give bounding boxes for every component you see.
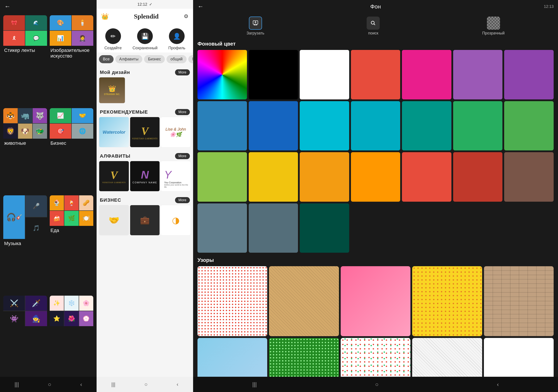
color-swatch-16[interactable] — [300, 152, 349, 202]
alphabets-more-button[interactable]: More — [175, 153, 190, 159]
color-swatch-0[interactable] — [198, 50, 247, 99]
business-icon-3: ◑ — [172, 215, 180, 225]
category-sticker-ribbon[interactable]: 🎀 🌊 🎗 💬 Стикер ленты — [3, 15, 47, 105]
tab-upload[interactable]: Загрузать — [246, 17, 264, 35]
right-nav-back[interactable]: ‹ — [497, 381, 499, 388]
color-swatch-21[interactable] — [198, 203, 247, 253]
color-swatch-19[interactable] — [453, 152, 503, 202]
filter-business[interactable]: Бизнес — [144, 55, 165, 63]
pattern-swatch-5[interactable] — [198, 338, 267, 377]
category-fantasy[interactable]: ⚔️ 🗡️ 👾 🧙 — [3, 296, 47, 375]
right-back-button[interactable]: ← — [198, 3, 204, 10]
color-swatch-7[interactable] — [198, 101, 247, 151]
category-mandala[interactable]: ✨ ❄️ 🌸 ⭐ 🌺 💮 — [50, 296, 94, 375]
alphabet-card-n[interactable]: N COMPANY NAME — [130, 161, 160, 192]
category-fantasy-label — [3, 326, 47, 329]
pattern-swatch-6[interactable] — [269, 338, 339, 377]
business-card-3[interactable]: ◑ — [161, 205, 191, 235]
left-nav-back[interactable]: ‹ — [80, 381, 82, 388]
business-card-1[interactable]: 🤝 — [99, 205, 129, 235]
crown-icon: 👑 — [101, 13, 109, 20]
color-swatch-1[interactable] — [249, 50, 298, 99]
pattern-swatch-3[interactable] — [412, 266, 482, 336]
profile-button[interactable]: 👤 Профиль — [168, 28, 185, 50]
alphabets-title: АЛФАВИТЫ — [100, 153, 130, 159]
alphabet-card-venetian[interactable]: V VENETIAN GARMENTS — [99, 161, 129, 192]
color-swatch-2[interactable] — [300, 50, 349, 99]
left-panel: ← 🎀 🌊 🎗 💬 Стикер ленты 🎨 🕯️ 📊 🤵 Изобрази… — [0, 0, 96, 392]
business-title: БИЗНЕС — [100, 197, 121, 203]
color-swatch-10[interactable] — [351, 101, 401, 151]
business-icon-2: 💼 — [140, 216, 150, 225]
pattern-swatch-7[interactable] — [341, 338, 410, 377]
business-more-button[interactable]: More — [175, 197, 190, 203]
middle-nav-menu[interactable]: ||| — [111, 381, 115, 387]
middle-nav-back[interactable]: ‹ — [176, 381, 178, 387]
search-icon-circle — [367, 17, 380, 30]
category-animals[interactable]: 🐯 🦏 🐺 🦁 🐶 🐲 животные — [3, 108, 47, 193]
pattern-swatch-0[interactable] — [198, 266, 267, 336]
category-animals-label: животные — [3, 139, 47, 147]
action-buttons: ✏ Создайте 💾 Сохраненный 👤 Профиль — [97, 24, 193, 52]
color-swatch-22[interactable] — [249, 203, 298, 253]
category-music[interactable]: 🎧🎸 🎤 🎵 Музыка — [3, 195, 47, 293]
color-swatch-6[interactable] — [504, 50, 554, 99]
pattern-swatch-9[interactable] — [484, 338, 554, 377]
recommended-more-button[interactable]: More — [175, 109, 190, 115]
create-label: Создайте — [105, 46, 122, 50]
filter-all[interactable]: Все — [99, 55, 113, 63]
color-swatch-3[interactable] — [351, 50, 401, 99]
recommended-card-floral[interactable]: Lise & John 🌸🌿 — [161, 117, 191, 147]
settings-icon[interactable]: ⚙ — [184, 13, 189, 19]
color-swatch-8[interactable] — [249, 101, 298, 151]
filter-alphabets[interactable]: Алфавиты — [115, 55, 142, 63]
left-nav-home[interactable]: ○ — [48, 381, 51, 388]
pattern-swatch-4[interactable] — [484, 266, 554, 336]
right-scroll-content: Фоновый цвет Узоры градиент — [193, 37, 558, 377]
color-swatch-4[interactable] — [402, 50, 451, 99]
left-nav-menu[interactable]: ||| — [14, 381, 19, 388]
my-design-more-button[interactable]: More — [175, 69, 190, 75]
color-swatch-13[interactable] — [504, 101, 554, 151]
color-swatch-23[interactable] — [300, 203, 349, 253]
color-swatch-17[interactable] — [351, 152, 401, 202]
recommended-card-watercolor[interactable]: Watercolor — [99, 117, 129, 147]
left-bottom-nav: ||| ○ ‹ — [0, 377, 96, 392]
recommended-title: РЕКОМЕНДУЕМЫЕ — [100, 109, 148, 115]
color-swatch-20[interactable] — [504, 152, 554, 202]
right-nav-menu[interactable]: ||| — [253, 381, 257, 388]
color-swatch-18[interactable] — [402, 152, 451, 202]
middle-nav-home[interactable]: ○ — [145, 381, 148, 387]
pattern-swatch-8[interactable] — [412, 338, 482, 377]
filter-music[interactable]: Музыка — [188, 55, 193, 63]
tab-transparent[interactable]: Прозрачный — [482, 17, 505, 35]
right-nav-home[interactable]: ○ — [375, 381, 379, 388]
business-card-2[interactable]: 💼 — [130, 205, 160, 235]
search-tab-label: поиск — [368, 31, 378, 35]
saved-label: Сохраненный — [132, 46, 157, 50]
pattern-swatch-grid — [198, 266, 554, 377]
category-business[interactable]: 📈 🤝 🎯 🌐 Бизнес — [50, 108, 94, 193]
left-back-button[interactable]: ← — [4, 3, 10, 10]
color-swatch-14[interactable] — [198, 152, 247, 202]
color-swatch-9[interactable] — [300, 101, 349, 151]
pattern-swatch-1[interactable] — [269, 266, 339, 336]
color-swatch-5[interactable] — [453, 50, 503, 99]
alphabet-card-you-corp[interactable]: Y You Corporation Define your world & li… — [161, 161, 191, 192]
saved-button[interactable]: 💾 Сохраненный — [132, 28, 157, 50]
color-swatch-15[interactable] — [249, 152, 298, 202]
alphabet-n: N — [141, 168, 149, 181]
venetian-v: V — [141, 125, 148, 137]
my-design-row: 👑 STRANNIK INC. — [97, 77, 193, 105]
category-fine-art[interactable]: 🎨 🕯️ 📊 🤵 Изобразительное искусство — [50, 15, 94, 105]
left-category-grid: 🎀 🌊 🎗 💬 Стикер ленты 🎨 🕯️ 📊 🤵 Изобразите… — [0, 13, 96, 377]
pattern-swatch-2[interactable] — [341, 266, 410, 336]
my-design-card-1[interactable]: 👑 STRANNIK INC. — [99, 77, 125, 103]
recommended-card-venetian[interactable]: V VENETIAN GARMENTS — [130, 117, 160, 147]
create-button[interactable]: ✏ Создайте — [105, 28, 122, 50]
color-swatch-11[interactable] — [402, 101, 451, 151]
tab-search[interactable]: поиск — [367, 17, 380, 35]
category-food[interactable]: 🍨 🍹 🥜 🍰 🌿 🍽️ Еда — [50, 195, 94, 293]
filter-general[interactable]: общий — [166, 55, 186, 63]
color-swatch-12[interactable] — [453, 101, 503, 151]
